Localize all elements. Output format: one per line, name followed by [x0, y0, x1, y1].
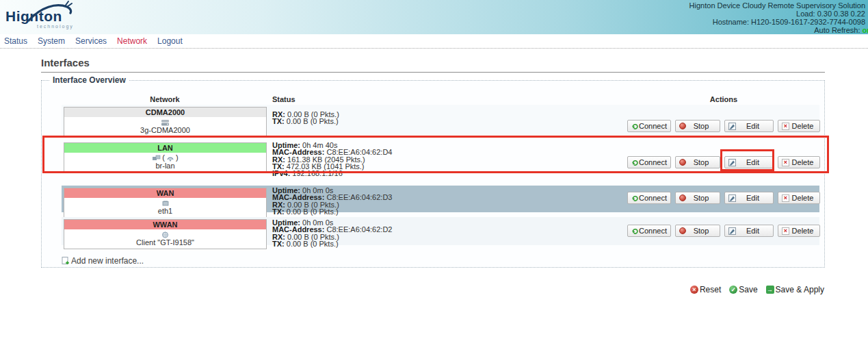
edit-button-cdma2000[interactable]: Edit: [724, 120, 774, 132]
edit-button-lan[interactable]: Edit: [724, 156, 774, 168]
nav-system[interactable]: System: [38, 36, 65, 46]
connect-button-lan[interactable]: Connect: [627, 156, 671, 168]
ethernet-icon: [161, 200, 170, 207]
actions-cell: Connect Stop Edit Delete: [627, 120, 820, 132]
save-apply-button[interactable]: Save & Apply: [766, 285, 824, 294]
save-button[interactable]: Save: [729, 285, 757, 294]
column-header-network: Network: [64, 95, 266, 103]
logo-tagline: technology: [37, 24, 74, 29]
reset-button[interactable]: Reset: [690, 285, 721, 294]
status-cell: RX: 0.00 B (0 Pkts.) TX: 0.00 B (0 Pkts.…: [272, 111, 339, 125]
section-legend: Interface Overview: [49, 75, 129, 85]
network-cell: LAN ( ) br-lan: [64, 142, 267, 173]
edit-icon: [728, 123, 736, 130]
zone-label: LAN: [64, 143, 266, 153]
delete-icon: [782, 159, 789, 166]
device-name: eth1: [64, 207, 266, 215]
device-name: br-lan: [64, 162, 266, 170]
load-average: Load: 0.30 0.38 0.22: [689, 10, 865, 18]
add-interface-link[interactable]: Add new interface...: [62, 256, 144, 266]
save-apply-icon: [766, 286, 774, 294]
zone-label: WAN: [64, 188, 266, 198]
main-nav: Status System Services Network Logout: [0, 34, 868, 49]
page-title: Interfaces: [41, 57, 825, 73]
actions-cell: Connect Stop Edit Delete: [627, 225, 820, 237]
solution-title: Hignton Device Cloudy Remote Supervisory…: [689, 1, 865, 10]
connect-icon: [631, 123, 639, 130]
column-header-status: Status: [272, 95, 295, 103]
logo: Hignton technology: [5, 8, 74, 29]
zone-label: CDMA2000: [64, 108, 266, 117]
network-cell: CDMA2000 3g-CDMA2000: [64, 107, 267, 137]
screen: Hignton technology Hignton Device Cloudy…: [0, 0, 868, 341]
stop-button-lan[interactable]: Stop: [675, 156, 720, 168]
stop-icon: [679, 227, 686, 234]
paren-open: (: [162, 154, 165, 162]
logo-antelope-icon: [26, 0, 82, 22]
network-cell-body: eth1: [64, 198, 266, 217]
delete-button-cdma2000[interactable]: Delete: [778, 120, 820, 132]
stop-button-cdma2000[interactable]: Stop: [675, 120, 720, 132]
stop-icon: [679, 123, 686, 129]
interface-row-wan: WAN eth1 Uptime: 0h 0m 0s MAC-Address: C…: [62, 186, 819, 212]
column-header-actions: Actions: [627, 95, 820, 103]
save-icon: [729, 286, 737, 294]
delete-icon: [782, 227, 789, 235]
nav-services[interactable]: Services: [75, 36, 107, 46]
wireless-icon: [161, 231, 169, 238]
hostname: Hostname: H120-1509-1617-2932-7744-0098: [689, 18, 865, 26]
edit-button-wwan[interactable]: Edit: [724, 225, 774, 237]
paren-close: ): [176, 154, 179, 162]
nav-network[interactable]: Network: [117, 36, 147, 46]
connect-icon: [631, 159, 639, 166]
network-cell-body: 3g-CDMA2000: [64, 117, 266, 136]
auto-refresh-status: on: [863, 26, 868, 34]
connect-button-wwan[interactable]: Connect: [627, 225, 671, 237]
header-band: Hignton technology Hignton Device Cloudy…: [0, 0, 868, 34]
stop-button-wwan[interactable]: Stop: [675, 225, 720, 237]
status-cell: Uptime: 0h 0m 0s MAC-Address: C8:EE:A6:0…: [272, 187, 392, 215]
device-name: 3g-CDMA2000: [64, 127, 266, 134]
actions-cell: Connect Stop Edit Delete: [627, 192, 820, 204]
status-cell: Uptime: 0h 4m 40s MAC-Address: C8:EE:A6:…: [272, 142, 392, 177]
connect-button-wan[interactable]: Connect: [627, 192, 671, 204]
network-cell: WWAN Client "GT-I9158": [64, 219, 267, 249]
footer-actions: Reset Save Save & Apply: [690, 285, 824, 294]
delete-icon: [782, 194, 789, 202]
interface-row-cdma2000: CDMA2000 3g-CDMA2000 RX: 0.00 B (0 Pkts.…: [62, 105, 819, 135]
delete-button-lan[interactable]: Delete: [778, 156, 820, 168]
nav-status[interactable]: Status: [4, 36, 27, 46]
connect-button-cdma2000[interactable]: Connect: [627, 120, 671, 132]
network-cell-body: Client "GT-I9158": [64, 229, 266, 249]
device-name: Client "GT-I9158": [64, 239, 266, 247]
auto-refresh-line: Auto Refresh: on: [689, 26, 865, 34]
add-icon: [62, 257, 70, 265]
reset-icon: [690, 286, 698, 294]
system-info: Hignton Device Cloudy Remote Supervisory…: [689, 1, 865, 34]
delete-button-wwan[interactable]: Delete: [778, 225, 820, 237]
wifi-icon: [166, 155, 174, 162]
delete-button-wan[interactable]: Delete: [778, 192, 820, 204]
actions-cell: Connect Stop Edit Delete: [627, 156, 820, 168]
edit-icon: [728, 159, 736, 166]
status-cell: Uptime: 0h 0m 0s MAC-Address: C8:EE:A6:0…: [272, 219, 392, 247]
network-cell: WAN eth1: [64, 188, 267, 218]
connect-icon: [631, 227, 639, 235]
stop-icon: [679, 194, 686, 201]
edit-icon: [728, 227, 736, 235]
edit-button-wan[interactable]: Edit: [724, 192, 774, 204]
network-cell-body: ( ) br-lan: [64, 153, 266, 172]
interface-row-lan: LAN ( ) br-lan: [62, 140, 819, 173]
zone-label: WWAN: [64, 220, 266, 229]
stop-icon: [679, 159, 686, 166]
auto-refresh-label: Auto Refresh:: [814, 26, 860, 34]
connect-icon: [631, 194, 639, 202]
nav-logout[interactable]: Logout: [157, 36, 183, 46]
edit-icon: [728, 194, 736, 202]
interface-row-wwan: WWAN Client "GT-I9158" Uptime: 0h 0m 0s …: [62, 217, 819, 245]
delete-icon: [782, 123, 789, 130]
bridge-icon: [152, 155, 161, 162]
stop-button-wan[interactable]: Stop: [675, 192, 720, 204]
modem-icon: [161, 119, 170, 126]
